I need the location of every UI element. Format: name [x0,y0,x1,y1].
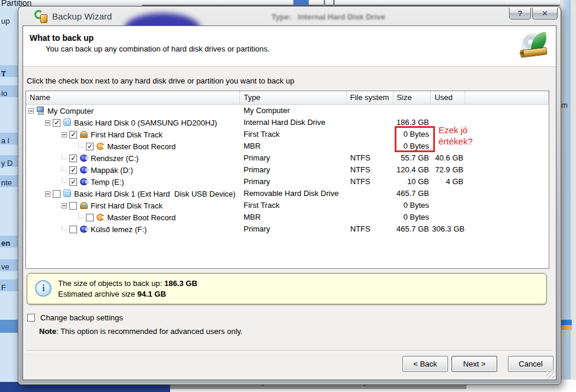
gold-archive-icon [40,14,47,23]
table-row[interactable]: Basic Hard Disk 1 (Ext Hard Disk USB Dev… [26,188,549,200]
background-text-fragment: F [1,283,6,292]
row-size: 0 Bytes [384,201,429,210]
row-type: My Computer [244,106,290,115]
table-row[interactable]: Rendszer (C:)PrimaryNTFS55.7 GB40.6 GB [26,152,549,164]
row-name: Basic Hard Disk 1 (Ext Hard Disk USB Dev… [74,189,235,198]
background-text-fragment: y D [1,159,13,168]
column-header-File system[interactable]: File system [347,91,393,104]
column-header-filler[interactable] [465,91,549,104]
annotation-text: Ezek jóértékek? [439,124,473,147]
help-button[interactable]: ? [509,8,531,20]
row-checkbox[interactable] [69,226,77,233]
title-bar[interactable]: Type: Internal Hard Disk Drive Backup Wi… [19,7,560,25]
tree-connector [62,225,67,230]
tree-expander-icon[interactable] [28,108,34,114]
column-header-Type[interactable]: Type [240,91,347,104]
backup-wizard-icon [34,10,47,23]
table-row[interactable]: Temp (E:)PrimaryNTFS10 GB4 GB [26,176,549,188]
table-row[interactable]: First Hard Disk TrackFirst Track0 Bytes [26,200,549,211]
row-fs: NTFS [350,224,370,233]
wizard-header: What to back up You can back up any comb… [23,26,556,67]
ghost-disk-graphic [124,13,200,25]
close-button[interactable]: ✕ [532,8,558,20]
back-button[interactable]: < Back [402,356,448,372]
row-checkbox[interactable] [69,131,77,139]
tree-connector [62,154,67,159]
row-used: 72.9 GB [432,165,463,174]
table-row[interactable]: Mappák (D:)PrimaryNTFS120.4 GB72.9 GB [26,164,549,176]
computer-icon [36,106,46,115]
row-type: Primary [244,165,270,174]
row-type: First Track [244,130,280,139]
archive-size-value: 94.1 GB [137,290,166,298]
row-fs: NTFS [350,165,370,174]
mbr-icon [96,213,105,222]
part-icon [79,177,89,187]
part-icon [79,153,89,163]
column-header-Size[interactable]: Size [393,91,431,104]
table-row[interactable]: My ComputerMy Computer [26,105,549,117]
row-size: 0 Bytes [384,213,429,221]
backup-disc-icon [520,33,548,60]
track-icon [79,201,89,210]
row-checkbox[interactable] [69,202,77,210]
backup-size-line: The size of objects to back up: 186.3 GB [58,279,197,288]
window-title: Backup Wizard [52,11,112,21]
tree-expander-icon[interactable] [62,203,67,208]
row-checkbox[interactable] [69,166,77,174]
mbr-icon [96,142,105,151]
note-text: Note: This option is recommended for adv… [39,327,242,336]
annotation-rectangle [395,126,435,152]
change-settings-label: Change backup settings [40,313,123,322]
change-settings-option[interactable]: Change backup settings [27,313,123,322]
table-row[interactable]: Master Boot RecordMBR0 Bytes [26,211,549,223]
background-text-fragment: en [1,239,10,248]
row-checkbox[interactable] [69,155,77,162]
annotation-line: értékek? [439,136,473,147]
track-icon [79,130,89,139]
row-name: Temp (E:) [91,178,124,187]
tree-expander-icon[interactable] [45,120,50,126]
dialog-client-area: What to back up You can back up any comb… [23,25,556,380]
row-type: Primary [244,153,270,162]
background-right-blue-stripe [561,320,572,325]
table-header-row[interactable]: NameTypeFile systemSizeUsed [26,91,549,105]
change-settings-checkbox[interactable] [27,314,35,322]
next-button[interactable]: Next > [452,356,497,372]
tree-connector [62,178,67,183]
row-checkbox[interactable] [86,143,94,150]
background-right-gold-stripe [561,325,572,330]
button-separator [27,350,552,352]
row-checkbox[interactable] [53,190,60,198]
row-checkbox[interactable] [53,119,60,127]
background-text-fragment: up [1,17,9,25]
row-used: 40.6 GB [432,153,463,162]
background-divider [324,0,325,6]
row-checkbox[interactable] [69,178,77,186]
tree-expander-icon[interactable] [45,191,50,197]
info-icon [35,280,52,297]
resize-grip-icon[interactable] [546,369,555,378]
disk-tree-table[interactable]: NameTypeFile systemSizeUsed My ComputerM… [25,91,549,269]
row-checkbox[interactable] [86,214,94,221]
table-row[interactable]: Külső lemez (F:)PrimaryNTFS465.7 GB306.3… [26,223,549,235]
row-used: 4 GB [432,177,463,186]
row-size: 10 GB [384,177,429,186]
column-header-Name[interactable]: Name [26,91,240,104]
row-name: Külső lemez (F:) [91,225,147,234]
background-text-fragment: ve [1,262,9,271]
gold-zip-tip [519,50,524,57]
row-name: My Computer [47,107,94,115]
background-text-fragment: io [1,89,7,98]
disk-icon [63,118,72,127]
row-type: MBR [244,142,261,150]
row-type: Removable Hard Disk Drive [244,189,338,198]
tree-expander-icon[interactable] [62,132,67,137]
background-right-band [563,0,571,392]
column-header-Used[interactable]: Used [431,91,465,104]
page-subtitle: You can back up any combination of hard … [46,44,270,53]
annotation-line: Ezek jó [439,124,473,136]
row-name: First Hard Disk Track [91,130,162,139]
summary-info-box: The size of objects to back up: 186.3 GB… [27,273,547,304]
backup-size-label: The size of objects to back up: [58,279,164,288]
